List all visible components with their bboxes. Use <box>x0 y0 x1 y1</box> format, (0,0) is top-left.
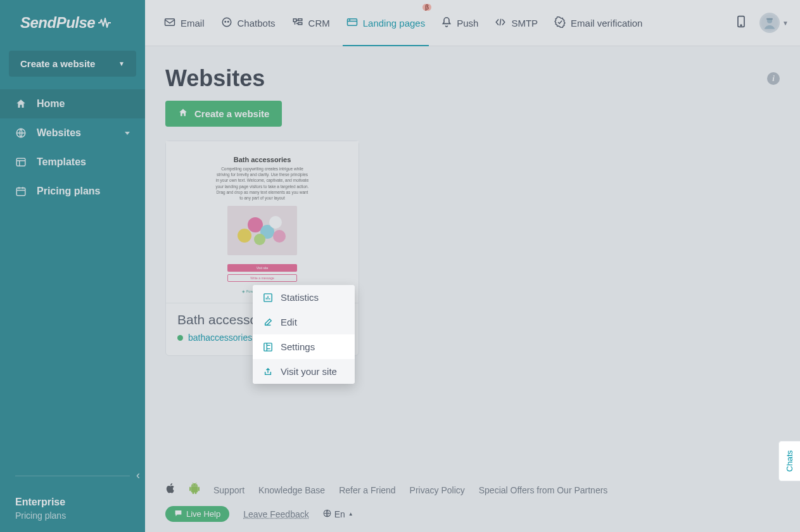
sidebar-nav: Home Websites Templates Pricing plans <box>0 89 145 476</box>
menu-label: Edit <box>281 317 297 327</box>
brand-name: SendPulse <box>20 14 95 32</box>
sidebar-item-websites[interactable]: Websites <box>0 118 145 148</box>
caret-up-icon: ▲ <box>348 511 353 517</box>
mail-icon <box>164 18 175 28</box>
footer-link-offers[interactable]: Special Offers from Our Partners <box>479 485 608 495</box>
svg-point-6 <box>227 21 229 22</box>
create-website-dropdown[interactable]: Create a website ▼ <box>9 51 136 77</box>
card-dropdown-menu: Statistics Edit Settings Visit your site <box>253 285 355 384</box>
footer-row-2: Live Help Leave Feedback En ▲ <box>165 506 787 522</box>
menu-item-visit[interactable]: Visit your site <box>253 359 355 384</box>
thumb-btn-secondary: Write a message <box>227 274 297 282</box>
apple-icon[interactable] <box>165 483 175 497</box>
language-selector[interactable]: En ▲ <box>323 509 353 519</box>
svg-rect-17 <box>264 343 272 350</box>
thumb-image <box>227 206 297 255</box>
info-icon[interactable]: i <box>767 72 780 85</box>
nav-chatbots[interactable]: Chatbots <box>221 0 276 46</box>
crm-icon <box>292 17 303 29</box>
main-content: Websites i Create a website Bath accesso… <box>145 46 800 532</box>
nav-label: SMTP <box>511 18 538 28</box>
status-dot <box>177 335 183 341</box>
sidebar-label: Home <box>37 98 65 110</box>
home-icon <box>15 98 27 110</box>
footer-link-kb[interactable]: Knowledge Base <box>258 485 325 495</box>
create-website-label: Create a website <box>20 58 95 69</box>
globe-icon <box>323 509 331 519</box>
svg-point-18 <box>193 484 194 485</box>
footer-link-refer[interactable]: Refer a Friend <box>339 485 395 495</box>
leave-feedback-link[interactable]: Leave Feedback <box>243 509 309 519</box>
nav-crm[interactable]: CRM <box>292 0 330 46</box>
sidebar-item-pricing[interactable]: Pricing plans <box>0 177 145 206</box>
mobile-icon[interactable] <box>737 15 746 30</box>
menu-label: Settings <box>281 341 315 352</box>
sidebar-label: Templates <box>37 156 86 168</box>
menu-item-settings[interactable]: Settings <box>253 334 355 359</box>
sidebar-label: Websites <box>37 127 81 139</box>
code-icon <box>495 18 506 28</box>
svg-rect-1 <box>16 158 25 166</box>
svg-rect-15 <box>766 18 773 20</box>
nav-label: Landing pages <box>363 18 425 28</box>
menu-label: Visit your site <box>281 366 337 377</box>
nav-label: CRM <box>308 18 330 28</box>
check-badge-icon <box>554 16 566 30</box>
nav-email[interactable]: Email <box>164 0 205 46</box>
svg-point-19 <box>196 484 196 485</box>
chats-side-tab[interactable]: Chats <box>778 441 800 481</box>
sidebar: SendPulse Create a website ▼ Home Websit… <box>0 0 145 532</box>
sidebar-item-home[interactable]: Home <box>0 89 145 118</box>
page-title: Websites <box>165 65 265 92</box>
sidebar-item-templates[interactable]: Templates <box>0 148 145 177</box>
thumb-btn-primary: Visit site <box>227 264 297 272</box>
thumb-description: Compelling copywriting creates intrigue … <box>215 166 310 201</box>
pulse-icon <box>98 18 111 28</box>
settings-icon <box>263 342 273 352</box>
brand-logo[interactable]: SendPulse <box>0 0 145 43</box>
footer-link-privacy[interactable]: Privacy Policy <box>410 485 465 495</box>
menu-item-statistics[interactable]: Statistics <box>253 285 355 310</box>
svg-point-5 <box>225 21 226 22</box>
home-icon <box>178 108 188 120</box>
page-header: Websites i <box>165 65 780 92</box>
android-icon[interactable] <box>189 483 200 497</box>
menu-item-edit[interactable]: Edit <box>253 310 355 334</box>
sidebar-collapse-handle[interactable]: ‹ <box>136 469 140 482</box>
lang-label: En <box>334 509 345 519</box>
pricing-plans-link[interactable]: Pricing plans <box>15 510 130 521</box>
footer-link-support[interactable]: Support <box>213 485 244 495</box>
nav-smtp[interactable]: SMTP <box>495 0 538 46</box>
chat-icon <box>174 509 182 519</box>
caret-down-icon: ▼ <box>782 20 789 27</box>
create-website-button[interactable]: Create a website <box>165 101 282 127</box>
calendar-icon <box>15 186 27 197</box>
nav-push[interactable]: Push <box>441 0 478 46</box>
svg-point-12 <box>740 25 742 26</box>
caret-down-icon: ▼ <box>118 60 125 67</box>
button-label: Create a website <box>194 108 269 119</box>
chats-label: Chats <box>785 450 794 472</box>
svg-rect-10 <box>347 18 357 25</box>
user-menu[interactable]: ▼ <box>759 13 789 33</box>
url-text: bathaccessories <box>188 332 252 343</box>
nav-label: Push <box>457 18 478 28</box>
nav-landing-pages[interactable]: Landing pages β <box>346 0 425 46</box>
live-help-label: Live Help <box>186 509 220 519</box>
divider <box>15 476 130 476</box>
topbar: Email Chatbots CRM Landing pages β Push … <box>145 0 800 46</box>
sidebar-footer: Enterprise Pricing plans <box>0 485 145 532</box>
share-icon <box>263 367 273 377</box>
svg-point-4 <box>222 18 231 27</box>
beta-badge: β <box>422 4 431 11</box>
website-thumbnail[interactable]: Bath accessories Compelling copywriting … <box>166 141 359 303</box>
topbar-right: ▼ <box>737 13 789 33</box>
edit-icon <box>263 317 273 327</box>
menu-label: Statistics <box>281 292 319 303</box>
live-help-button[interactable]: Live Help <box>165 506 229 522</box>
plan-name: Enterprise <box>15 497 130 508</box>
nav-label: Chatbots <box>238 18 276 28</box>
sidebar-label: Pricing plans <box>37 186 100 197</box>
footer-links: Support Knowledge Base Refer a Friend Pr… <box>165 483 787 497</box>
nav-email-verification[interactable]: Email verification <box>554 0 642 46</box>
